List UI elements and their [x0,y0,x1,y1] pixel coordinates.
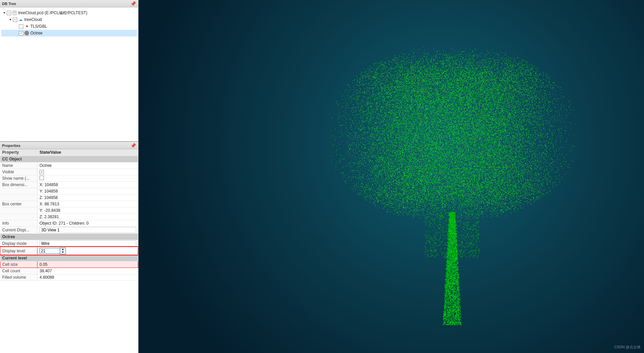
col-value: State/Value [37,149,138,156]
cloud-icon: ☁ [18,17,23,22]
display-level-container[interactable]: ▲ ▼ [40,248,136,254]
prop-filled-volume: Filled volume 4.80088 [0,274,138,280]
tree-checkbox-root[interactable] [7,11,11,15]
tree-canvas [138,0,644,353]
prop-showname: Show name (... [0,175,138,181]
tree-item-tls[interactable]: ✦ TLS/GBL [1,23,137,30]
tree-checkbox-tls[interactable] [19,24,23,29]
prop-center-x: Box center X: 88.7813 [0,201,138,207]
prop-current-disp[interactable]: Current Displ... 3D View 1 [0,226,138,233]
expand-icon-2[interactable]: ▼ [8,17,13,22]
db-tree-title: DB Tree [2,2,16,6]
expand-icon-3[interactable] [14,24,19,29]
db-tree-header: DB Tree 📌 [0,0,138,7]
tls-icon: ✦ [24,24,29,29]
tree-checkbox-octree[interactable] [19,31,23,35]
expand-icon-4[interactable] [14,31,19,35]
pin-icon-2[interactable]: 📌 [130,143,136,148]
tree-item-treecloud[interactable]: ▼ ☁ treeCloud [1,16,137,23]
group-octree: Octree [0,233,138,240]
prop-cell-count: Cell count 38,407 [0,268,138,274]
prop-center-y: Y: -20.8438 [0,207,138,213]
showname-checkbox[interactable] [40,176,44,180]
props-table: Property State/Value CC Object Name Octr… [0,149,138,281]
tree-checkbox-treecloud[interactable] [13,18,17,22]
svg-rect-0 [13,11,16,15]
props-col-header: Property State/Value [0,149,138,156]
prop-center-z: Z: 2.38281 [0,213,138,220]
prop-name: Name Octree [0,162,138,169]
db-tree-section: DB Tree 📌 ▼ treeCloud.pcd (E:/PCL编程/PCLT… [0,0,138,142]
tree-label-tls: TLS/GBL [30,24,47,29]
viewport[interactable]: // Trunk dots - rendered via inline circ… [138,0,644,353]
group-current-level: Current level [0,255,138,261]
current-display-dropdown[interactable]: 3D View 1 [40,227,136,233]
tree-label-root: treeCloud.pcd (E:/PCL编程/PCLTEST) [18,10,87,16]
display-mode-dropdown[interactable]: Wire [40,241,136,247]
prop-info: Info Object ID: 271 - Children: 0 [0,220,138,226]
prop-display-level[interactable]: Display level ▲ ▼ [0,247,138,255]
prop-visible: Visible [0,169,138,175]
group-cc-object: CC Object [0,156,138,162]
tree-label-treecloud: treeCloud [24,17,42,22]
file-icon [12,10,17,16]
properties-section: Properties 📌 Property State/Value CC Obj… [0,142,138,353]
spinner-down-button[interactable]: ▼ [60,251,66,254]
octree-icon [24,30,29,36]
pin-icon[interactable]: 📌 [130,1,136,6]
properties-header: Properties 📌 [0,142,138,149]
expand-icon[interactable]: ▼ [2,10,7,15]
spinner-buttons[interactable]: ▲ ▼ [60,248,66,254]
col-property: Property [0,149,37,156]
tree-label-octree: Octree [30,31,43,35]
prop-box-y: Y: 104858 [0,188,138,194]
visible-checkbox[interactable] [40,170,44,174]
left-panel: DB Tree 📌 ▼ treeCloud.pcd (E:/PCL编程/PCLT… [0,0,138,353]
prop-box-z: Z: 104858 [0,194,138,201]
properties-title: Properties [2,144,20,148]
watermark: CSDN @点云侠 [614,345,641,350]
prop-box-x: Box dimensi... X: 104858 [0,181,138,188]
tree-item-root[interactable]: ▼ treeCloud.pcd (E:/PCL编程/PCLTEST) [1,9,137,16]
tree-item-octree[interactable]: Octree [1,30,137,36]
prop-display-mode[interactable]: Display mode Wire [0,240,138,247]
display-level-input[interactable] [40,248,60,254]
tree-content: ▼ treeCloud.pcd (E:/PCL编程/PCLTEST) ▼ ☁ [0,7,138,141]
props-content: Property State/Value CC Object Name Octr… [0,149,138,353]
prop-cell-size: Cell size 0.05 [0,261,138,268]
